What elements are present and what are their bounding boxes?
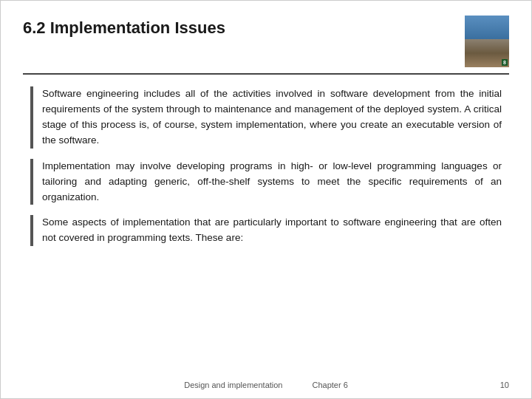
- paragraph-block-1: Software engineering includes all of the…: [30, 86, 502, 149]
- content-area: Software engineering includes all of the…: [23, 86, 509, 246]
- footer-left-text: Design and implementation: [184, 381, 282, 389]
- bullet-line-1: [30, 86, 33, 149]
- bullet-line-2: [30, 159, 33, 205]
- slide-container: 6.2 Implementation Issues 8 Software eng…: [0, 0, 532, 399]
- paragraph-text-1: Software engineering includes all of the…: [42, 86, 502, 149]
- slide-title: 6.2 Implementation Issues: [23, 16, 225, 38]
- paragraph-block-3: Some aspects of implementation that are …: [30, 215, 502, 246]
- slide-header: 6.2 Implementation Issues 8: [23, 16, 509, 75]
- slide-footer: Design and implementation Chapter 6: [1, 381, 531, 389]
- footer-page-number: 10: [500, 381, 509, 389]
- bullet-line-3: [30, 215, 33, 246]
- book-cover-image: 8: [465, 16, 509, 67]
- footer-chapter-text: Chapter 6: [313, 381, 348, 389]
- paragraph-text-3: Some aspects of implementation that are …: [42, 215, 502, 246]
- paragraph-block-2: Implementation may involve developing pr…: [30, 159, 502, 205]
- paragraph-text-2: Implementation may involve developing pr…: [42, 159, 502, 205]
- book-label: 8: [502, 59, 508, 66]
